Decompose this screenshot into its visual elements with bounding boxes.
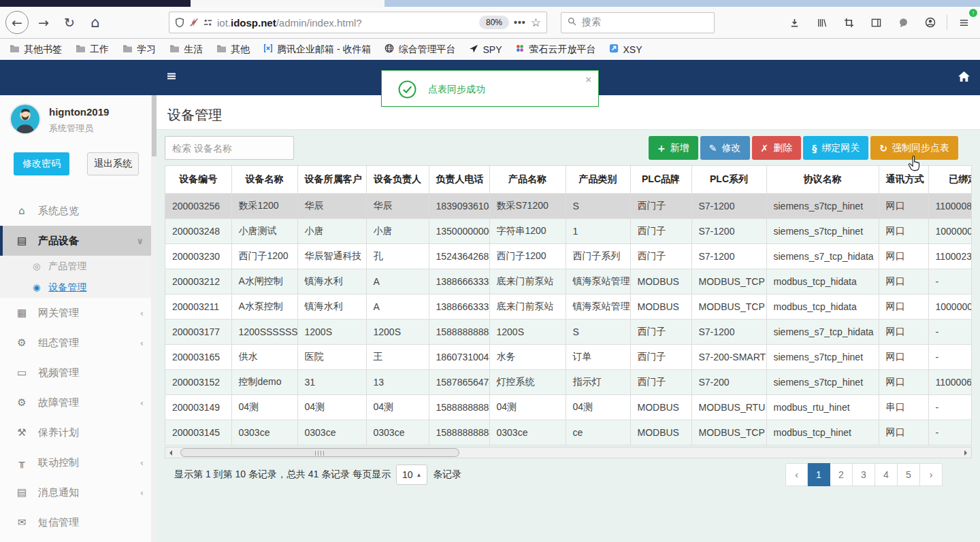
sidebar-item-短信管理[interactable]: ✉短信管理 xyxy=(0,507,156,537)
table-cell[interactable]: 04测 xyxy=(366,394,429,420)
table-cell[interactable]: 15878656478 xyxy=(429,369,489,394)
table-cell[interactable]: MODBUS_RTU xyxy=(691,394,766,420)
table-cell[interactable]: 华辰 xyxy=(366,193,429,218)
table-cell[interactable]: 13886663333 xyxy=(429,294,489,319)
table-cell[interactable]: siemens_s7_tcp_hidata xyxy=(766,243,879,269)
table-cell[interactable]: 华辰智通科技 xyxy=(297,243,366,269)
table-cell[interactable]: 1200S xyxy=(489,319,566,344)
scroll-right-arrow[interactable] xyxy=(960,447,971,458)
table-cell[interactable]: - xyxy=(928,319,972,344)
browser-search-bar[interactable]: 搜索 xyxy=(561,12,715,33)
table-row[interactable]: 200003248小唐测试小唐小唐13500000000字符串12001西门子S… xyxy=(165,218,972,243)
table-cell[interactable]: MODBUS xyxy=(630,269,691,294)
bookmark-star-icon[interactable]: ☆ xyxy=(531,16,541,30)
table-cell[interactable]: 18607310041 xyxy=(429,344,489,369)
zoom-level-badge[interactable]: 80% xyxy=(479,16,509,29)
table-cell[interactable]: 西门子 xyxy=(630,344,691,369)
table-cell[interactable]: S7-1200 xyxy=(691,218,766,243)
table-cell[interactable]: 200003165 xyxy=(165,344,231,369)
table-cell[interactable]: 订单 xyxy=(566,344,630,369)
table-cell[interactable]: 小唐 xyxy=(297,218,366,243)
table-cell[interactable]: 31 xyxy=(297,369,366,394)
table-cell[interactable]: siemens_s7tcp_hinet xyxy=(766,193,879,218)
table-cell[interactable]: A水闸控制 xyxy=(231,269,297,294)
table-cell[interactable]: 04测 xyxy=(489,394,566,420)
table-cell[interactable]: 西门子1200 xyxy=(231,243,297,269)
table-cell[interactable]: 200003230 xyxy=(165,243,231,269)
table-cell[interactable]: 底来门前泵站 xyxy=(489,294,566,319)
table-cell[interactable]: 1200S xyxy=(366,319,429,344)
table-cell[interactable]: 西门子 xyxy=(630,243,691,269)
table-row[interactable]: 200003211A水泵控制镇海水利A13886663333底来门前泵站镇海泵站… xyxy=(165,294,972,319)
table-cell[interactable]: 0303ce xyxy=(231,420,297,445)
bookmark-item[interactable]: 生活 xyxy=(169,44,203,56)
table-cell[interactable]: - xyxy=(928,394,972,420)
table-cell[interactable]: MODBUS_TCP xyxy=(691,269,766,294)
table-cell[interactable]: 200003145 xyxy=(165,420,231,445)
table-cell[interactable]: 1100006 xyxy=(928,369,972,394)
shield-icon[interactable] xyxy=(175,18,184,27)
pagination-page-4[interactable]: 4 xyxy=(875,463,898,486)
horizontal-scrollbar[interactable] xyxy=(165,447,972,458)
sidebar-item-大屏管理[interactable]: ▢大屏管理 xyxy=(0,537,156,542)
table-cell[interactable]: MODBUS xyxy=(630,294,691,319)
table-cell[interactable]: 供水 xyxy=(231,344,297,369)
reload-button[interactable]: ↻ xyxy=(59,12,80,33)
table-cell[interactable]: 华辰 xyxy=(297,193,366,218)
table-cell[interactable]: A xyxy=(366,269,429,294)
table-cell[interactable]: modbus_rtu_hinet xyxy=(766,394,879,420)
table-cell[interactable]: 西门子系列 xyxy=(566,243,630,269)
sidebar-item-产品设备[interactable]: ▤产品设备∨ xyxy=(0,226,156,256)
table-cell[interactable]: S7-1200 xyxy=(691,243,766,269)
download-icon[interactable] xyxy=(783,12,805,33)
table-cell[interactable]: 1100023 xyxy=(928,243,972,269)
forward-button[interactable]: → xyxy=(33,12,54,33)
table-row[interactable]: 200003256数采1200华辰华辰18390936104数采S71200S西… xyxy=(165,193,972,218)
table-cell[interactable]: MODBUS_TCP xyxy=(691,420,766,445)
scroll-left-arrow[interactable] xyxy=(165,447,176,458)
action-button-删除[interactable]: ✗删除 xyxy=(752,136,802,160)
logout-button[interactable]: 退出系统 xyxy=(87,152,139,175)
bookmark-item[interactable]: 综合管理平台 xyxy=(385,44,455,56)
table-cell[interactable]: 200003256 xyxy=(165,193,231,218)
action-button-强制同步点表[interactable]: ↻强制同步点表 xyxy=(870,136,958,160)
table-cell[interactable]: 网口 xyxy=(879,294,928,319)
table-cell[interactable]: S xyxy=(566,319,630,344)
table-cell[interactable]: 1200SSSSSS xyxy=(231,319,297,344)
menu-button[interactable]: ↑ xyxy=(953,12,975,33)
table-cell[interactable]: 镇海水利 xyxy=(297,294,366,319)
submenu-item-产品管理[interactable]: ◎产品管理 xyxy=(0,256,156,277)
bookmark-item[interactable]: 其他书签 xyxy=(10,44,62,56)
table-cell[interactable]: A水泵控制 xyxy=(231,294,297,319)
table-cell[interactable]: 西门子1200 xyxy=(489,243,566,269)
app-home-icon[interactable] xyxy=(958,70,970,86)
bookmark-item[interactable]: 萤石云开放平台 xyxy=(515,44,595,56)
table-cell[interactable]: 04测 xyxy=(231,394,297,420)
table-cell[interactable]: 0303ce xyxy=(297,420,366,445)
table-cell[interactable]: 镇海泵站管理 xyxy=(566,269,630,294)
table-cell[interactable]: 孔 xyxy=(366,243,429,269)
sidebar-item-联动控制[interactable]: ╥联动控制‹ xyxy=(0,447,156,477)
table-cell[interactable]: 200003149 xyxy=(165,394,231,420)
table-cell[interactable]: 200003212 xyxy=(165,269,231,294)
pagination-page-1[interactable]: 1 xyxy=(808,463,830,486)
submenu-item-设备管理[interactable]: ◉设备管理 xyxy=(0,277,156,298)
table-cell[interactable]: 18390936104 xyxy=(429,193,489,218)
table-cell[interactable]: 15243642681 xyxy=(429,243,489,269)
sidebar-toggle-icon[interactable] xyxy=(865,12,887,33)
table-cell[interactable]: 医院 xyxy=(297,344,366,369)
table-cell[interactable]: 西门子 xyxy=(630,218,691,243)
table-cell[interactable]: 15888888888 xyxy=(429,319,489,344)
table-row[interactable]: 20000314904测04测04测1588888888804测04测MODBU… xyxy=(165,394,972,420)
table-cell[interactable]: ce xyxy=(566,420,630,445)
bookmark-item[interactable]: 学习 xyxy=(122,44,156,56)
table-cell[interactable]: 1000000 xyxy=(928,218,972,243)
close-icon[interactable]: × xyxy=(585,73,591,85)
url-bar[interactable]: iot.idosp.net/admin/index.html? 80% ••• … xyxy=(169,12,547,33)
table-cell[interactable]: S xyxy=(566,193,630,218)
action-button-新增[interactable]: +新增 xyxy=(649,136,698,160)
table-row[interactable]: 2000031771200SSSSSS1200S1200S15888888888… xyxy=(165,319,972,344)
table-cell[interactable]: 04测 xyxy=(297,394,366,420)
device-search-input[interactable] xyxy=(165,136,294,160)
table-cell[interactable]: 小唐 xyxy=(366,218,429,243)
